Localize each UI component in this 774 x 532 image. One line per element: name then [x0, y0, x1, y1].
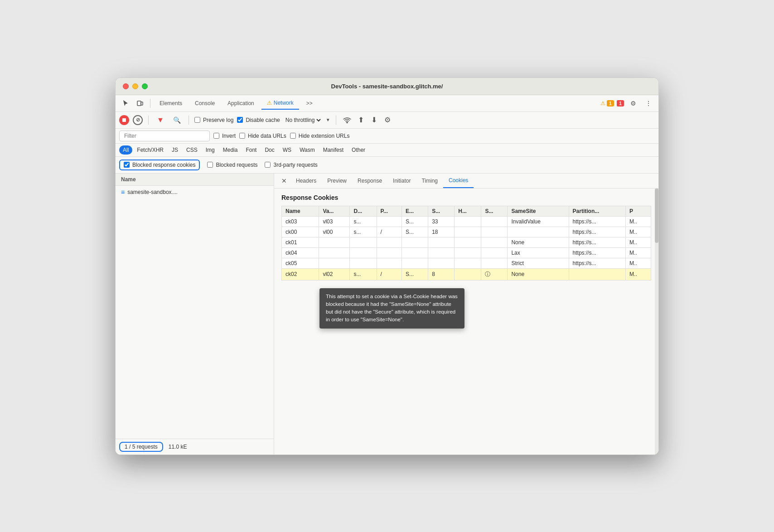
scroll-thumb[interactable]	[655, 189, 658, 243]
hide-data-urls-checkbox[interactable]: Hide data URLs	[239, 133, 286, 139]
third-party-requests-checkbox[interactable]: 3rd-party requests	[265, 162, 317, 168]
cell-samesite	[508, 227, 569, 237]
cell-p: M..	[626, 227, 651, 237]
cell-value	[319, 237, 350, 247]
request-item[interactable]: ≡ samesite-sandbox....	[116, 186, 274, 198]
cell-domain	[350, 258, 377, 268]
detail-tab-cookies[interactable]: Cookies	[443, 174, 474, 188]
detail-tab-response[interactable]: Response	[352, 174, 387, 188]
window-title: DevTools - samesite-sandbox.glitch.me/	[331, 83, 443, 90]
type-btn-media[interactable]: Media	[219, 145, 242, 155]
settings-icon[interactable]: ⚙	[627, 97, 639, 110]
type-btn-img[interactable]: Img	[202, 145, 218, 155]
disable-cache-input[interactable]	[237, 117, 243, 123]
type-btn-fetch[interactable]: Fetch/XHR	[133, 145, 167, 155]
doc-icon: ≡	[121, 189, 125, 196]
disable-cache-checkbox[interactable]: Disable cache	[237, 117, 280, 123]
filter-icon[interactable]: ▼	[154, 114, 167, 126]
detail-tab-initiator[interactable]: Initiator	[387, 174, 416, 188]
tab-network[interactable]: ⚠ Network	[261, 97, 299, 110]
preserve-log-input[interactable]	[194, 117, 200, 123]
type-btn-ws[interactable]: WS	[279, 145, 295, 155]
maximize-button[interactable]	[142, 83, 148, 89]
minimize-button[interactable]	[132, 83, 138, 89]
table-row[interactable]: ck03 vl03 s... S... 33 InvalidValue http…	[282, 216, 651, 227]
size-label: 11.0 kE	[169, 444, 187, 450]
cell-domain	[350, 237, 377, 247]
svg-rect-1	[141, 102, 143, 105]
table-row-highlighted[interactable]: ck02 vl02 s... / S... 8 ⓘ None M..	[282, 268, 651, 280]
type-btn-all[interactable]: All	[119, 145, 132, 155]
stop-icon	[122, 118, 126, 122]
cell-secure	[481, 237, 508, 247]
detail-tab-preview[interactable]: Preview	[322, 174, 352, 188]
close-button[interactable]	[123, 83, 129, 89]
table-row[interactable]: ck00 vl00 s... / S... 18 https://s...	[282, 227, 651, 237]
cell-httponly	[455, 227, 481, 237]
detail-tab-timing[interactable]: Timing	[416, 174, 443, 188]
cell-path	[377, 237, 402, 247]
warning-badge: ⚠ 1	[600, 100, 614, 106]
cell-path	[377, 247, 402, 258]
hide-ext-urls-checkbox[interactable]: Hide extension URLs	[290, 133, 350, 139]
table-row[interactable]: ck04 Lax https://s... M..	[282, 247, 651, 258]
preserve-log-checkbox[interactable]: Preserve log	[194, 117, 233, 123]
checkbox-filter-bar: Blocked response cookies Blocked request…	[116, 157, 658, 174]
upload-icon[interactable]: ⬆	[356, 114, 366, 126]
invert-checkbox[interactable]: Invert	[213, 133, 236, 139]
cell-samesite: Strict	[508, 258, 569, 268]
table-row[interactable]: ck05 Strict https://s... M..	[282, 258, 651, 268]
blocked-requests-checkbox[interactable]: Blocked requests	[207, 162, 257, 168]
toolbar-right: ⚠ 1 1 ⚙ ⋮	[600, 97, 655, 110]
cell-partition: https://s...	[569, 258, 625, 268]
blocked-requests-input[interactable]	[207, 162, 213, 168]
warning-badge-icon: ⚠	[600, 100, 605, 106]
tab-console[interactable]: Console	[189, 97, 220, 109]
cursor-icon[interactable]	[119, 97, 132, 110]
type-btn-wasm[interactable]: Wasm	[296, 145, 319, 155]
blocked-response-cookies-input[interactable]	[124, 162, 130, 168]
tab-more[interactable]: >>	[301, 97, 318, 109]
clear-button[interactable]: ⊘	[133, 115, 143, 125]
hide-data-urls-input[interactable]	[239, 133, 245, 139]
main-content: Name ≡ samesite-sandbox.... 1 / 5 reques…	[116, 174, 658, 455]
cell-path: /	[377, 227, 402, 237]
type-btn-doc[interactable]: Doc	[261, 145, 278, 155]
throttle-select[interactable]: No throttling	[284, 116, 322, 124]
cell-expires	[402, 247, 428, 258]
tab-application[interactable]: Application	[222, 97, 260, 109]
type-btn-other[interactable]: Other	[348, 145, 369, 155]
cell-domain: s...	[350, 268, 377, 280]
stop-recording-button[interactable]	[119, 115, 129, 125]
col-value: Va...	[319, 206, 350, 216]
cell-partition: https://s...	[569, 227, 625, 237]
invert-input[interactable]	[213, 133, 219, 139]
search-icon[interactable]: 🔍	[170, 114, 183, 126]
error-count: 1	[617, 100, 624, 106]
requests-header: Name	[116, 174, 274, 186]
table-row[interactable]: ck01 None https://s... M..	[282, 237, 651, 247]
filter-bar: Invert Hide data URLs Hide extension URL…	[116, 129, 658, 144]
col-domain: D...	[350, 206, 377, 216]
download-icon[interactable]: ⬇	[369, 114, 379, 126]
tab-elements[interactable]: Elements	[154, 97, 188, 109]
network-settings-icon[interactable]: ⚙	[382, 114, 392, 126]
hide-ext-urls-input[interactable]	[290, 133, 296, 139]
third-party-requests-input[interactable]	[265, 162, 271, 168]
cell-p: M..	[626, 268, 651, 280]
close-detail-button[interactable]: ✕	[278, 174, 290, 187]
filter-input[interactable]	[119, 131, 210, 141]
wifi-icon[interactable]	[342, 115, 353, 126]
type-btn-font[interactable]: Font	[242, 145, 260, 155]
device-icon[interactable]	[134, 97, 146, 110]
detail-tab-headers[interactable]: Headers	[290, 174, 322, 188]
blocked-response-cookies-checkbox[interactable]: Blocked response cookies	[119, 160, 200, 170]
cookie-tooltip: This attempt to set a cookie via a Set-C…	[319, 288, 464, 329]
type-btn-js[interactable]: JS	[168, 145, 182, 155]
svg-point-2	[347, 122, 348, 123]
status-bar: 1 / 5 requests 11.0 kE	[116, 439, 274, 455]
type-btn-css[interactable]: CSS	[183, 145, 201, 155]
type-btn-manifest[interactable]: Manifest	[319, 145, 347, 155]
scroll-indicator[interactable]	[655, 189, 658, 455]
more-icon[interactable]: ⋮	[642, 97, 655, 110]
